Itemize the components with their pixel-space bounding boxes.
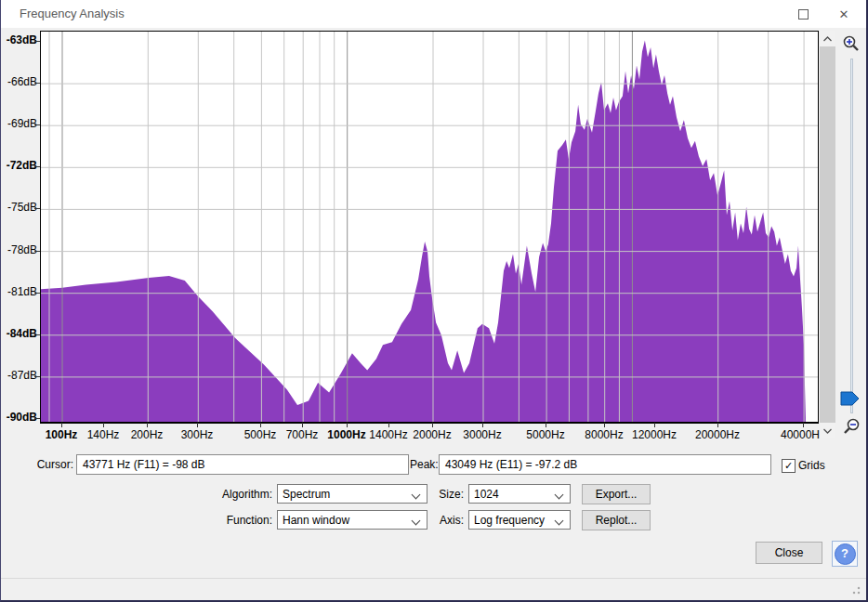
x-axis-tick [803,423,804,427]
x-axis-tick [717,423,718,427]
status-bar-divider [1,578,866,579]
y-axis-tick [34,166,40,167]
y-axis-tick [34,83,40,84]
chevron-down-icon [823,428,832,434]
y-axis-label: -66dB [1,75,37,88]
chevron-down-icon [555,517,564,526]
grids-label: Grids [798,455,835,476]
x-axis-tick [103,423,104,427]
y-axis-label: -75dB [1,201,37,214]
zoom-in-button[interactable] [841,33,861,54]
vertical-scrollbar[interactable] [820,31,835,438]
title-bar[interactable]: Frequency Analysis ✕ [1,0,866,28]
cursor-label: Cursor: [20,454,73,475]
x-axis-tick [604,423,605,427]
grids-checkbox[interactable]: ✓ [782,459,796,473]
y-axis-tick [34,251,40,252]
spectrum-plot-svg [41,32,818,422]
x-axis-tick [260,423,261,427]
y-axis-tick [34,41,40,42]
function-label: Function: [187,510,272,530]
algorithm-value: Spectrum [283,488,330,501]
resize-grip[interactable] [849,583,861,595]
close-button[interactable]: Close [756,542,822,564]
x-axis-label: 5000Hz [516,428,575,441]
window-close-button[interactable]: ✕ [823,0,864,28]
maximize-icon [798,9,809,20]
y-axis-label: -81dB [1,285,37,298]
x-axis-tick [654,423,655,427]
x-axis-tick [197,423,198,427]
y-axis-tick [34,208,40,209]
export-button[interactable]: Export... [582,484,651,504]
x-axis-tick [347,423,348,427]
y-axis-label: -69dB [1,117,37,130]
x-axis-tick [546,423,546,427]
cursor-readout: 43771 Hz (F11) = -98 dB [76,454,409,475]
x-axis-label: 300Hz [167,428,227,441]
y-axis-tick [34,124,40,125]
frequency-analysis-window: Frequency Analysis ✕ -63dB-66dB-69dB-72d… [0,0,868,602]
x-axis-tick [432,423,433,427]
chevron-down-icon [412,517,421,526]
y-axis-label: -78dB [1,243,37,256]
close-icon: ✕ [839,7,849,21]
x-axis-label: 20000Hz [688,428,747,441]
x-axis-tick [61,423,62,427]
x-axis-label: 3000Hz [453,428,512,441]
chevron-down-icon [412,491,421,500]
zoom-out-icon [841,416,861,437]
y-axis-tick [34,293,40,294]
algorithm-label: Algorithm: [187,484,272,504]
y-axis-tick [34,418,40,419]
y-axis-label: -87dB [1,369,37,382]
zoom-slider-thumb[interactable] [840,391,861,406]
scroll-up-button[interactable] [820,31,835,46]
y-axis-tick [34,334,40,335]
chevron-up-icon [823,36,832,42]
algorithm-select[interactable]: Spectrum [277,484,427,504]
zoom-column [837,31,867,439]
function-value: Hann window [283,514,349,527]
y-axis-label: -84dB [1,327,37,340]
y-axis-label: -63dB [1,33,37,46]
x-axis-label: 12000Hz [625,428,684,441]
chevron-down-icon [555,491,564,500]
maximize-button[interactable] [783,0,823,28]
frequency-plot[interactable] [40,31,819,424]
zoom-slider-track[interactable] [850,59,853,413]
zoom-in-icon [841,33,861,54]
help-icon: ? [835,543,856,565]
function-select[interactable]: Hann window [277,510,427,530]
replot-button[interactable]: Replot... [582,510,651,530]
y-axis-label: -90dB [1,411,37,424]
zoom-out-button[interactable] [841,416,861,437]
x-axis-tick [388,423,389,427]
help-button[interactable]: ? [832,541,858,567]
y-axis-tick [34,376,40,377]
axis-label: Axis: [434,510,464,530]
axis-value: Log frequency [474,514,545,527]
scrollbar-thumb[interactable] [820,46,835,423]
scroll-down-button[interactable] [820,423,835,438]
window-title: Frequency Analysis [20,7,125,20]
peak-label: Peak: [410,454,438,475]
x-axis-tick [147,423,148,427]
x-axis-tick [482,423,483,427]
slider-thumb-icon [840,391,861,406]
axis-select[interactable]: Log frequency [468,510,571,530]
size-value: 1024 [474,488,499,501]
size-select[interactable]: 1024 [468,484,571,504]
size-label: Size: [434,484,464,504]
x-axis-tick [302,423,303,427]
peak-readout: 43049 Hz (E11) = -97.2 dB [439,454,771,475]
y-axis-label: -72dB [1,159,37,172]
